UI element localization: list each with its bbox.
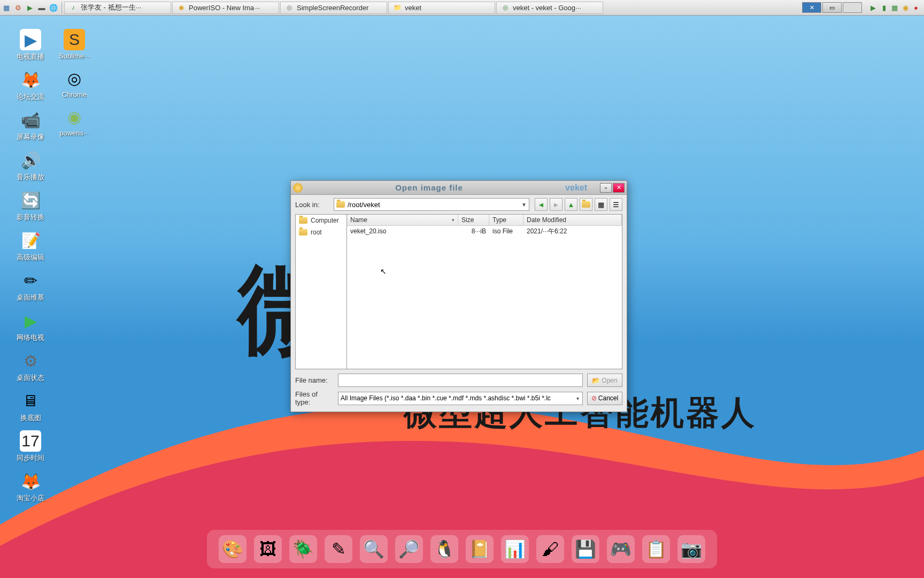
taskbar-launchers: ▦ ⚙ ▶ ▬ 🌐 [0,3,60,12]
desktop-icon[interactable]: 🖥换底图 [10,390,51,423]
launcher-icon[interactable]: ▬ [37,3,47,12]
desktop-icon[interactable]: ◎Chrome [53,67,95,98]
column-size[interactable]: Size [458,215,489,225]
launcher-icon[interactable]: ▦ [2,3,11,12]
desktop-icon[interactable]: 🦊论坛交流 [10,69,51,102]
dock-icon[interactable]: 🔍 [360,535,388,563]
path-combobox[interactable]: /root/veket ▼ [334,198,529,211]
cursor-icon: ↖ [380,267,387,276]
app-icon: ◎ [285,3,294,12]
desktop-icon-glyph: ◎ [64,67,85,89]
desktop-icon-glyph: ◉ [64,106,85,127]
desktop-icon[interactable]: 📝高级编辑 [10,230,51,262]
file-name: veket_20.iso [347,227,458,235]
launcher-icon[interactable]: ⚙ [13,3,23,12]
dock-icon[interactable]: 🔎 [395,535,423,563]
dock-icon[interactable]: 💾 [572,535,599,563]
desktop-icon[interactable]: ⚙桌面状态 [10,350,51,383]
file-list[interactable]: Name Size Type Date Modified veket_20.is… [346,214,622,369]
dialog-titlebar[interactable]: Open image file veket ▫ ✕ [291,181,627,195]
desktop-icon-glyph: ⚙ [20,350,41,371]
desktop-icon-glyph: 🖥 [20,390,41,412]
dock-icon[interactable]: 📔 [466,535,494,563]
back-button[interactable]: ◄ [535,198,548,211]
places-item[interactable]: root [296,226,346,238]
dock-icon[interactable]: 🖌 [536,535,564,563]
cancel-icon: ⊘ [591,394,597,402]
folder-icon [336,201,345,208]
desktop-icon[interactable]: ▶电视直播 [10,29,51,62]
up-button[interactable]: ▲ [565,198,578,211]
desktop-icon-glyph: 🔊 [20,149,41,171]
dock-icon[interactable]: 🪲 [289,535,317,563]
dialog-subtitle: veket [552,183,600,193]
app-icon: ◎ [501,3,510,12]
desktop-icon[interactable]: 📹屏幕录像 [10,109,51,142]
dock-icon[interactable]: ✎ [325,535,352,563]
desktop-icon[interactable]: SSublime··· [53,29,95,60]
dock-icon[interactable]: 📊 [501,535,529,563]
desktop-icon[interactable]: ▶网络电视 [10,310,51,343]
taskbar-window[interactable]: ◉PowerISO - New Ima··· [172,2,279,14]
folder-icon [299,229,307,235]
forward-button[interactable]: ► [550,198,563,211]
column-name[interactable]: Name [347,215,458,225]
file-name-input[interactable] [338,374,583,387]
dock-icon[interactable]: 🖼 [254,535,282,563]
taskbar-window[interactable]: ◎SimpleScreenRecorder [280,2,387,14]
taskbar-window[interactable]: 📁veket [388,2,495,14]
places-item[interactable]: Computer [296,215,346,226]
desktop-icon-label: Sublime··· [59,52,90,60]
column-type[interactable]: Type [489,215,523,225]
open-button[interactable]: 📂Open [587,374,622,387]
dock-icon[interactable]: 🐧 [430,535,458,563]
taskbar-window[interactable]: ◎veket - veket - Goog··· [496,2,603,14]
dock-icon[interactable]: 🎨 [219,535,247,563]
tray-volume-icon[interactable]: ◉ [900,3,910,12]
look-in-label: Look in: [295,201,328,209]
desktop-icon[interactable]: 🔊音乐播放 [10,149,51,182]
desktop-icon-glyph: 🦊 [20,470,41,492]
minimize-button[interactable]: ▫ [600,183,612,193]
new-folder-button[interactable] [580,198,592,211]
workspace-button[interactable]: ✕ [802,2,821,13]
dock-icon[interactable]: 🎮 [607,535,635,563]
desktop-icon[interactable]: ◉poweris··· [53,106,95,137]
file-size: 8···iB [458,227,489,235]
dock-icon[interactable]: 📷 [677,535,705,563]
tray-icon[interactable]: ▶ [868,3,878,12]
places-sidebar: Computerroot [295,214,346,369]
close-button[interactable]: ✕ [613,183,625,193]
file-row[interactable]: veket_20.iso8···iBiso File2021/···午6:22 [347,226,622,237]
cancel-button[interactable]: ⊘Cancel [587,392,622,405]
taskbar-window[interactable]: ♪张学友 - 祗想一生··· [64,2,171,14]
desktop-icon-glyph: 📹 [20,109,41,131]
dialog-title: Open image file [306,183,552,192]
app-icon: ◉ [177,3,186,12]
chevron-down-icon: ▼ [521,202,527,208]
tray-record-icon[interactable]: ● [911,3,921,12]
file-type-combobox[interactable]: All Image Files (*.iso *.daa *.bin *.cue… [338,392,583,405]
open-file-dialog: Open image file veket ▫ ✕ Look in: /root… [290,180,627,412]
launcher-icon[interactable]: 🌐 [49,3,58,12]
window-title: 张学友 - 祗想一生··· [81,3,141,12]
desktop-icon[interactable]: ✏桌面维基 [10,270,51,302]
desktop-icon-label: 论坛交流 [17,92,44,102]
tray-battery-icon[interactable]: ▮ [879,3,889,12]
tray-network-icon[interactable]: ▦ [890,3,899,12]
workspace-button[interactable] [843,2,862,13]
launcher-icon[interactable]: ▶ [25,3,35,12]
desktop-icon[interactable]: 🦊淘宝小店 [10,470,51,503]
desktop-icon-label: 影音转换 [17,212,44,222]
desktop-icon-label: 换底图 [20,413,41,423]
desktop-icon[interactable]: 🔄影音转换 [10,189,51,222]
icon-view-button[interactable]: ▦ [595,198,607,211]
desktop-icon[interactable]: 17同步时间 [10,430,51,463]
dock-icon[interactable]: 📋 [642,535,670,563]
column-date[interactable]: Date Modified [523,215,622,225]
places-label: Computer [311,217,339,224]
desktop[interactable]: 微 微型超人工智能机器人 ▶电视直播🦊论坛交流📹屏幕录像🔊音乐播放🔄影音转换📝高… [0,16,924,578]
list-view-button[interactable]: ☰ [610,198,622,211]
desktop-icon-glyph: 🦊 [20,69,41,90]
workspace-button[interactable]: ▭ [822,2,842,13]
